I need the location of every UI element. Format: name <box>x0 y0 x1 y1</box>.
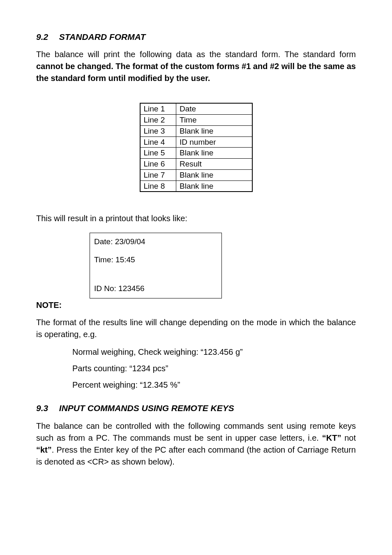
line-cell: Line 2 <box>140 115 176 126</box>
kt-upper: KT <box>326 433 337 442</box>
printout-example: Date: 23/09/04 Time: 15:45 ID No: 123456 <box>90 233 222 298</box>
standard-format-table: Line 1Date Line 2Time Line 3Blank line L… <box>140 103 253 192</box>
value-cell: Date <box>176 103 252 114</box>
section-title: STANDARD FORMAT <box>59 32 145 42</box>
value-cell: Blank line <box>176 180 252 192</box>
printout-intro: This will result in a printout that look… <box>36 213 356 224</box>
table-row: Line 4ID number <box>140 136 252 148</box>
seg2: not <box>341 433 356 442</box>
table-row: Line 6Result <box>140 159 252 170</box>
table-row: Line 1Date <box>140 103 252 114</box>
value-cell: Blank line <box>176 169 252 180</box>
line-cell: Line 4 <box>140 136 176 148</box>
note-paragraph: The format of the results line will chan… <box>36 317 356 340</box>
example-percent-weighing: Percent weighing: “12.345 %” <box>72 379 356 391</box>
kt-lower: kt <box>40 445 48 454</box>
value-cell: ID number <box>176 136 252 148</box>
value-cell: Blank line <box>176 148 252 159</box>
seg1: The balance can be controlled with the f… <box>36 421 356 442</box>
standard-format-table-wrap: Line 1Date Line 2Time Line 3Blank line L… <box>36 103 356 192</box>
example-normal-weighing: Normal weighing, Check weighing: “123.45… <box>72 346 356 358</box>
value-cell: Blank line <box>176 125 252 136</box>
quote-open: “ <box>322 433 326 442</box>
table-row: Line 2Time <box>140 115 252 126</box>
quote-open-2: “ <box>36 445 40 454</box>
mode-examples: Normal weighing, Check weighing: “123.45… <box>72 346 356 391</box>
line-cell: Line 6 <box>140 159 176 170</box>
section-number: 9.3 <box>36 402 57 414</box>
line-cell: Line 1 <box>140 103 176 114</box>
note-label: NOTE: <box>36 299 356 311</box>
section-title: INPUT COMMANDS USING REMOTE KEYS <box>59 403 234 413</box>
table-row: Line 7Blank line <box>140 169 252 180</box>
table-row: Line 5Blank line <box>140 148 252 159</box>
printout-line-id: ID No: 123456 <box>94 283 217 294</box>
section-heading-9-2: 9.2 STANDARD FORMAT <box>36 31 356 43</box>
section-number: 9.2 <box>36 31 57 43</box>
line-cell: Line 7 <box>140 169 176 180</box>
printout-line-date: Date: 23/09/04 <box>94 236 217 247</box>
line-cell: Line 3 <box>140 125 176 136</box>
intro-bold: cannot be changed. The format of the cus… <box>36 62 356 83</box>
printout-blank <box>94 273 217 283</box>
table-row: Line 8Blank line <box>140 180 252 192</box>
intro-plain: The balance will print the following dat… <box>36 50 356 59</box>
section-heading-9-3: 9.3 INPUT COMMANDS USING REMOTE KEYS <box>36 402 356 414</box>
standard-format-intro: The balance will print the following dat… <box>36 49 356 84</box>
printout-example-wrap: Date: 23/09/04 Time: 15:45 ID No: 123456 <box>90 233 356 298</box>
seg3: . Press the Enter key of the PC after ea… <box>36 445 356 466</box>
table-row: Line 3Blank line <box>140 125 252 136</box>
line-cell: Line 8 <box>140 180 176 192</box>
value-cell: Time <box>176 115 252 126</box>
input-commands-para: The balance can be controlled with the f… <box>36 420 356 468</box>
printout-line-time: Time: 15:45 <box>94 254 217 266</box>
example-parts-counting: Parts counting: “1234 pcs” <box>72 363 356 374</box>
line-cell: Line 5 <box>140 148 176 159</box>
quote-close: ” <box>337 433 341 442</box>
value-cell: Result <box>176 159 252 170</box>
quote-close-2: ” <box>48 445 52 454</box>
